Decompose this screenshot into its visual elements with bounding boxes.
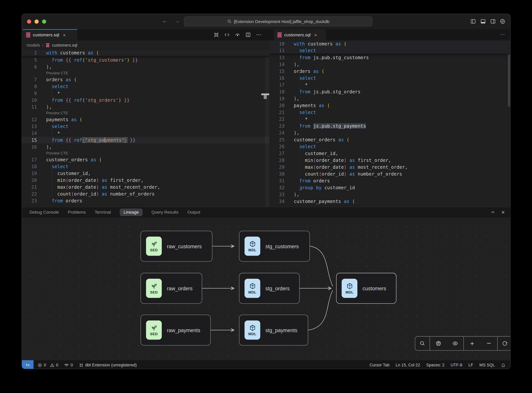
more-actions-icon[interactable] [256, 32, 262, 38]
indentation-status[interactable]: Spaces: 2 [426, 363, 444, 367]
code-line-22[interactable]: 22 * [269, 116, 510, 123]
code-line-18[interactable]: 18 select [22, 163, 269, 170]
code-line-5[interactable]: 5 from {{ ref('stg_customers') }} [22, 56, 269, 63]
minimize-window-button[interactable] [35, 20, 39, 24]
zoom-out-button[interactable]: − [480, 337, 497, 350]
code-line-14[interactable]: 14 * [22, 130, 269, 137]
code-line-31[interactable]: 31 from orders [269, 177, 510, 184]
zoom-in-button[interactable]: + [464, 337, 480, 350]
panel-tab-terminal[interactable]: Terminal [95, 210, 111, 215]
code-line-30[interactable]: 30 count(order_id) as number_of_orders [269, 170, 510, 177]
lineage-node-stg-payments[interactable]: MDL stg_payments [239, 315, 308, 345]
code-line-13[interactable]: 13 select [22, 123, 269, 130]
lineage-search-button[interactable] [415, 337, 430, 350]
notifications-bell[interactable] [501, 363, 505, 367]
code-line-32[interactable]: 32 group by customer_id [269, 184, 510, 191]
cursor-mode-status[interactable]: Cursor Tab [369, 363, 389, 367]
encoding-status[interactable]: UTF-8 [451, 363, 462, 367]
panel-tab-lineage[interactable]: Lineage [120, 208, 143, 216]
toggle-primary-sidebar-icon[interactable] [470, 19, 476, 24]
maximize-panel-icon[interactable] [490, 210, 495, 215]
forward-icon[interactable]: → [174, 18, 181, 24]
code-line-16[interactable]: 16), [22, 143, 269, 150]
lineage-node-raw-orders[interactable]: SED raw_orders [141, 273, 202, 304]
lineage-eye-button[interactable] [447, 337, 463, 350]
code-line-23[interactable]: 23 from orders [22, 197, 269, 204]
lineage-node-raw-customers[interactable]: SED raw_customers [141, 231, 212, 261]
code-line-2[interactable]: 2with customers as ( [22, 50, 269, 56]
code-line-7[interactable]: 7orders as ( [22, 76, 269, 83]
zoom-window-button[interactable] [42, 20, 46, 24]
remote-indicator[interactable] [22, 360, 34, 369]
lineage-node-stg-customers[interactable]: MDL stg_customers [239, 231, 310, 261]
code-line-20[interactable]: 20 min(order_date) as first_order, [22, 177, 269, 184]
editor-pane-right[interactable]: 10with customers as (11 select 13 from j… [269, 41, 510, 207]
dbt-extension-status[interactable]: dbt Extension (unregistered) [79, 363, 137, 367]
lineage-node-customers[interactable]: MDL customers [336, 273, 396, 304]
code-line-20[interactable]: 20payments as ( [269, 102, 510, 109]
code-line-19[interactable]: 19 customer_id, [22, 170, 269, 177]
tab-customers-sql-right[interactable]: customers.sql × [274, 29, 326, 41]
code-line-17[interactable]: 17 * [269, 81, 510, 88]
code-line-12[interactable]: 12payments as ( [22, 116, 269, 123]
editor-group-more-icon[interactable]: ⋯ [500, 32, 505, 37]
lineage-canvas[interactable]: SED raw_customers MDL stg_customers SED … [22, 217, 510, 360]
editor-pane-left[interactable]: models › customers.sql 2with customers a… [22, 41, 269, 207]
toggle-secondary-sidebar-icon[interactable] [490, 19, 496, 24]
lineage-node-stg-orders[interactable]: MDL stg_orders [239, 273, 300, 304]
code-line-14[interactable]: 14), [269, 61, 510, 68]
code-line-17[interactable]: 17customer_orders as ( [22, 156, 269, 163]
code-line-15[interactable]: 15orders as ( [269, 68, 510, 74]
code-line-6[interactable]: 6), [22, 63, 269, 70]
code-line-9[interactable]: 9 * [22, 90, 269, 97]
code-line-10[interactable]: 10 from {{ ref('stg_orders') }} [22, 97, 269, 103]
close-tab-icon[interactable]: × [63, 32, 66, 38]
split-editor-icon[interactable] [245, 32, 251, 38]
code-line-13[interactable]: 13 from js.pub.stg_customers [269, 54, 510, 61]
code-line-28[interactable]: 28 min(order_date) as first_order, [269, 157, 510, 164]
close-panel-icon[interactable] [501, 210, 505, 215]
preview-eye-icon[interactable] [235, 32, 240, 38]
dbt-power-user-icon[interactable] [213, 32, 219, 38]
breadcrumb-folder[interactable]: models [27, 43, 40, 48]
cursor-position-status[interactable]: Ln 15, Col 22 [396, 363, 420, 367]
tab-customers-sql-left[interactable]: customers.sql × [23, 29, 77, 41]
scrollbar-left[interactable] [265, 50, 269, 207]
code-line-29[interactable]: 29 max(order_date) as most_recent_order, [269, 164, 510, 170]
code-line-18[interactable]: 18 from js.pub.stg_orders [269, 88, 510, 95]
eol-status[interactable]: LF [468, 363, 473, 367]
panel-tab-debug-console[interactable]: Debug Console [29, 210, 59, 215]
code-line-25[interactable]: 25customer_orders as ( [269, 136, 510, 143]
breadcrumb[interactable]: models › customers.sql [22, 41, 269, 50]
code-line-21[interactable]: 21 select [269, 109, 510, 116]
code-line-15[interactable]: 15 from {{ ref('stg_payments') }} [22, 137, 269, 143]
language-mode-status[interactable]: MS SQL [479, 363, 495, 367]
settings-gear-icon[interactable] [500, 19, 506, 24]
code-line-10[interactable]: 10with customers as ( [269, 41, 510, 47]
close-tab-icon[interactable]: × [314, 32, 317, 38]
code-line-21[interactable]: 21 max(order_date) as most_recent_order, [22, 184, 269, 190]
code-line-27[interactable]: 27 customer_id, [269, 150, 510, 157]
codelens-preview-cte[interactable]: Preview CTE [22, 70, 269, 76]
panel-tab-output[interactable]: Output [187, 210, 200, 215]
toggle-panel-icon[interactable] [480, 19, 486, 24]
code-line-8[interactable]: 8 select [22, 83, 269, 90]
back-icon[interactable]: ← [162, 18, 168, 24]
close-window-button[interactable] [27, 20, 31, 24]
code-line-19[interactable]: 19), [269, 95, 510, 102]
code-line-11[interactable]: 11 select [269, 47, 510, 54]
code-line-22[interactable]: 22 count(order_id) as number_of_orders [22, 190, 269, 197]
problems-status[interactable]: 0 0 [38, 363, 58, 367]
lineage-aperture-button[interactable] [430, 337, 447, 350]
breadcrumb-file[interactable]: customers.sql [52, 43, 77, 48]
command-center-search[interactable]: [Extension Development Host] jaffle_shop… [184, 16, 372, 26]
compiled-code-icon[interactable] [224, 32, 230, 38]
codelens-preview-cte[interactable]: Preview CTE [22, 110, 269, 116]
refresh-button[interactable] [498, 337, 511, 350]
code-line-34[interactable]: 34customer_payments as ( [269, 198, 510, 205]
ports-status[interactable]: 0 [64, 363, 73, 367]
code-line-11[interactable]: 11), [22, 103, 269, 110]
code-line-26[interactable]: 26 select [269, 143, 510, 150]
codelens-preview-cte[interactable]: Preview CTE [22, 150, 269, 156]
lineage-node-raw-payments[interactable]: SED raw_payments [141, 315, 211, 345]
